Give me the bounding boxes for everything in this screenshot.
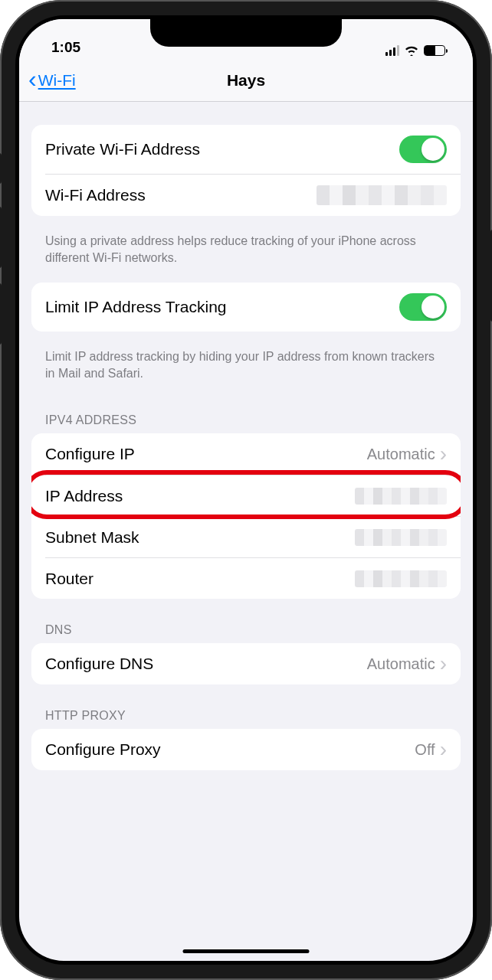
- row-subnet-mask: Subnet Mask: [45, 516, 461, 557]
- row-label: IP Address: [45, 487, 123, 505]
- row-label: Configure IP: [45, 445, 135, 463]
- group-ipv4: Configure IP Automatic › IP Address Subn…: [31, 433, 461, 599]
- device-notch: [150, 19, 342, 47]
- section-header-dns: DNS: [19, 608, 473, 643]
- group-private-wifi: Private Wi-Fi Address Wi-Fi Address: [31, 125, 461, 216]
- home-indicator[interactable]: [183, 949, 310, 953]
- back-button[interactable]: ‹ Wi-Fi: [28, 71, 76, 90]
- row-configure-ip[interactable]: Configure IP Automatic ›: [31, 433, 461, 475]
- cellular-icon: [385, 45, 400, 56]
- row-private-wifi-address[interactable]: Private Wi-Fi Address: [31, 125, 461, 174]
- row-label: Wi-Fi Address: [45, 186, 146, 204]
- group-limit-tracking: Limit IP Address Tracking: [31, 283, 461, 332]
- group-dns: Configure DNS Automatic ›: [31, 643, 461, 684]
- row-label: Subnet Mask: [45, 528, 139, 547]
- row-label: Configure Proxy: [45, 740, 161, 759]
- redacted-value: [355, 529, 447, 546]
- page-title: Hays: [19, 71, 473, 90]
- row-label: Router: [45, 570, 93, 588]
- row-configure-dns[interactable]: Configure DNS Automatic ›: [31, 643, 461, 684]
- row-label: Configure DNS: [45, 655, 153, 673]
- row-router: Router: [45, 557, 461, 599]
- battery-icon: [424, 45, 445, 56]
- group-footer: Using a private address helps reduce tra…: [19, 225, 473, 283]
- navigation-bar: ‹ Wi-Fi Hays: [19, 59, 473, 102]
- chevron-right-icon: ›: [440, 658, 447, 669]
- row-value: Automatic: [367, 446, 435, 463]
- group-footer: Limit IP address tracking by hiding your…: [19, 341, 473, 398]
- chevron-right-icon: ›: [440, 449, 447, 459]
- row-label: Limit IP Address Tracking: [45, 298, 227, 316]
- status-time: 1:05: [51, 39, 80, 56]
- toggle-limit-tracking[interactable]: [399, 293, 447, 321]
- row-label: Private Wi-Fi Address: [45, 140, 200, 158]
- back-label: Wi-Fi: [38, 71, 76, 90]
- section-header-ipv4: IPV4 ADDRESS: [19, 398, 473, 433]
- chevron-left-icon: ‹: [28, 72, 37, 87]
- row-configure-proxy[interactable]: Configure Proxy Off ›: [31, 729, 461, 770]
- row-ip-address: IP Address: [45, 475, 461, 516]
- row-limit-ip-tracking[interactable]: Limit IP Address Tracking: [31, 283, 461, 332]
- section-header-proxy: HTTP PROXY: [19, 694, 473, 729]
- redacted-value: [355, 488, 447, 505]
- chevron-right-icon: ›: [440, 744, 447, 755]
- wifi-icon: [404, 44, 419, 56]
- row-value: Off: [415, 741, 435, 759]
- settings-content[interactable]: Private Wi-Fi Address Wi-Fi Address Usin…: [19, 102, 473, 961]
- row-wifi-address: Wi-Fi Address: [45, 174, 461, 216]
- toggle-private-wifi[interactable]: [399, 136, 447, 163]
- row-value: Automatic: [367, 655, 435, 673]
- group-proxy: Configure Proxy Off ›: [31, 729, 461, 770]
- redacted-value: [355, 570, 447, 587]
- redacted-value: [317, 185, 447, 205]
